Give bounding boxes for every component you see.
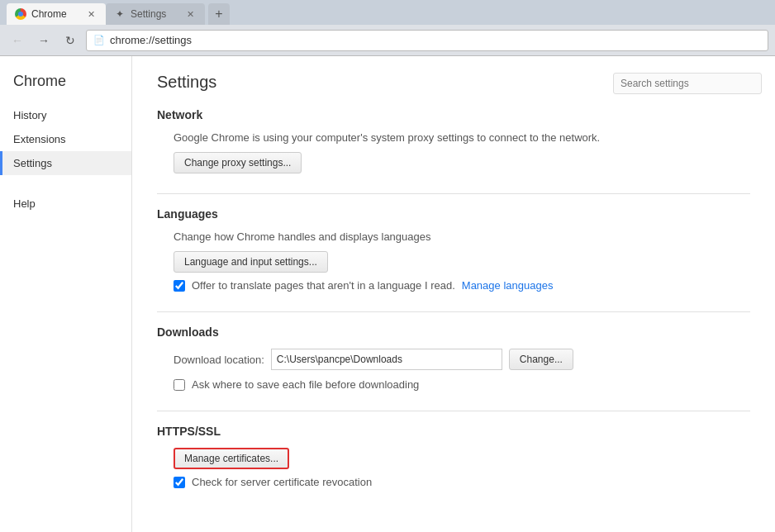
downloads-section-title: Downloads (157, 325, 750, 339)
forward-button[interactable]: → (33, 30, 55, 51)
change-proxy-button[interactable]: Change proxy settings... (174, 152, 302, 173)
divider-3 (157, 411, 750, 411)
section-languages: Languages Change how Chrome handles and … (157, 207, 750, 292)
languages-section-title: Languages (157, 207, 750, 221)
nav-bar: ← → ↻ 📄 chrome://settings (0, 25, 775, 56)
search-input[interactable] (613, 73, 762, 94)
back-button[interactable]: ← (7, 30, 28, 51)
divider-2 (157, 311, 750, 312)
manage-certificates-button[interactable]: Manage certificates... (174, 448, 289, 469)
sidebar-app-title: Chrome (0, 73, 131, 103)
page-title: Settings (157, 73, 216, 92)
browser-frame: Chrome ✕ ✦ Settings ✕ + ← → ↻ 📄 chrome:/… (0, 0, 775, 532)
languages-section-content: Change how Chrome handles and displays l… (157, 230, 750, 292)
translate-checkbox-row: Offer to translate pages that aren't in … (174, 279, 750, 292)
network-description: Google Chrome is using your computer's s… (174, 131, 750, 144)
new-tab-icon: + (215, 7, 222, 21)
tab-settings[interactable]: ✦ Settings ✕ (106, 3, 205, 25)
ask-save-checkbox[interactable] (174, 379, 185, 391)
settings-tab-close-icon[interactable]: ✕ (183, 7, 197, 21)
change-download-button[interactable]: Change... (509, 349, 573, 370)
section-downloads: Downloads Download location: Change... A… (157, 325, 750, 391)
cert-revocation-label: Check for server certificate revocation (192, 476, 372, 488)
reload-button[interactable]: ↻ (59, 30, 81, 51)
translate-label: Offer to translate pages that aren't in … (192, 279, 455, 292)
sidebar-item-extensions[interactable]: Extensions (0, 127, 131, 151)
forward-icon: → (38, 34, 50, 47)
ask-save-checkbox-row: Ask where to save each file before downl… (174, 378, 750, 391)
settings-content: Settings Network Google Chrome is using … (132, 56, 775, 532)
language-input-settings-button[interactable]: Language and input settings... (174, 251, 328, 273)
manage-languages-link[interactable]: Manage languages (462, 279, 554, 292)
settings-favicon-icon: ✦ (114, 8, 126, 20)
new-tab-button[interactable]: + (208, 3, 230, 25)
sidebar-item-history[interactable]: History (0, 103, 131, 127)
languages-description: Change how Chrome handles and displays l… (174, 230, 750, 243)
title-bar: Chrome ✕ ✦ Settings ✕ + (0, 0, 775, 25)
sidebar-item-help[interactable]: Help (0, 192, 131, 216)
download-path-input[interactable] (271, 349, 502, 370)
section-https-ssl: HTTPS/SSL Manage certificates... Check f… (157, 425, 750, 488)
reload-icon: ↻ (65, 34, 75, 47)
chrome-tab-label: Chrome (31, 8, 79, 20)
content-area: Chrome History Extensions Settings Help … (0, 56, 775, 532)
sidebar: Chrome History Extensions Settings Help (0, 56, 132, 532)
ask-save-label: Ask where to save each file before downl… (192, 378, 419, 391)
https-ssl-section-title: HTTPS/SSL (157, 425, 750, 438)
https-ssl-section-content: Manage certificates... Check for server … (157, 448, 750, 488)
network-section-content: Google Chrome is using your computer's s… (157, 131, 750, 173)
address-bar[interactable]: 📄 chrome://settings (86, 30, 768, 51)
address-text: chrome://settings (110, 34, 192, 46)
address-bar-icon: 📄 (93, 35, 105, 45)
divider-1 (157, 193, 750, 194)
download-location-label: Download location: (174, 354, 264, 366)
chrome-tab-close-icon[interactable]: ✕ (84, 7, 97, 21)
download-location-row: Download location: Change... (174, 349, 750, 370)
sidebar-item-settings[interactable]: Settings (0, 151, 131, 175)
network-section-title: Network (157, 108, 750, 121)
downloads-section-content: Download location: Change... Ask where t… (157, 349, 750, 391)
translate-checkbox[interactable] (174, 280, 185, 292)
tab-chrome[interactable]: Chrome ✕ (7, 3, 106, 25)
chrome-favicon-icon (15, 8, 26, 20)
section-network: Network Google Chrome is using your comp… (157, 108, 750, 173)
cert-revocation-checkbox-row: Check for server certificate revocation (174, 476, 750, 488)
settings-tab-label: Settings (131, 8, 178, 20)
back-icon: ← (12, 34, 23, 47)
cert-revocation-checkbox[interactable] (174, 477, 185, 488)
